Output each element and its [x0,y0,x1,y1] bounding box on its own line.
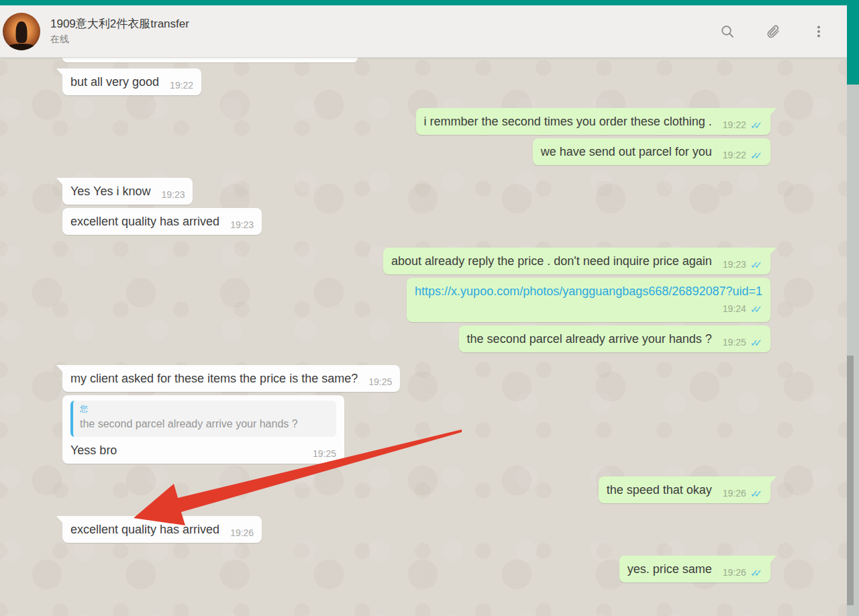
incoming-message-bubble[interactable]: excellent quality has arrived19:26 [62,516,262,543]
message-line: Yess bro19:25 [70,442,336,458]
chat-area: but all very good19:22i remmber the seco… [0,58,847,616]
message-line: Yes Yes i know19:23 [70,183,185,199]
window-top-strip [0,0,859,5]
message-text: yes. price same [627,561,712,577]
message-text: but all very good [70,74,159,90]
header-actions [719,23,847,40]
message-text: my client asked for these items the pric… [70,370,358,387]
message-line: the second parcel already arrive your ha… [467,331,762,347]
incoming-message-bubble[interactable]: but all very good19:22 [62,68,201,95]
quoted-message[interactable]: 您the second parcel already arrive your h… [70,401,336,437]
outgoing-message-bubble[interactable]: we have send out parcel for you19:22✓✓ [533,138,770,165]
message-line: but all very good19:22 [70,74,193,90]
message-line: excellent quality has arrived19:26 [70,521,254,537]
message-time: 19:25 [723,334,746,350]
message-time: 19:22 [723,147,746,163]
outgoing-message-bubble[interactable]: the speed that okay19:26✓✓ [599,476,770,503]
message-time: 19:24 [723,301,746,317]
message-text: Yess bro [70,442,117,458]
message-line: about already reply the price . don't ne… [391,253,762,269]
message-row: 您the second parcel already arrive your h… [62,395,770,464]
message-text: we have send out parcel for you [541,144,712,160]
double-check-icon: ✓✓ [750,568,762,578]
message-line: yes. price same19:26✓✓ [627,561,762,577]
quote-text: the second parcel already arrive your ha… [80,417,330,431]
incoming-message-bubble[interactable]: my client asked for these items the pric… [62,365,400,392]
message-text: excellent quality has arrived [70,521,219,537]
message-text: Yes Yes i know [70,183,150,199]
message-meta: 19:23✓✓ [712,256,762,272]
message-time: 19:25 [313,446,336,462]
message-time: 19:22 [170,77,193,93]
message-line: i remmber the second times you order the… [424,113,762,130]
quote-sender: 您 [80,405,330,413]
double-check-icon: ✓✓ [750,150,762,160]
message-row: we have send out parcel for you19:22✓✓ [62,138,770,165]
message-meta: 19:22 [159,77,193,93]
message-row: excellent quality has arrived19:23 [62,208,770,235]
search-icon[interactable] [719,23,736,40]
message-row: my client asked for these items the pric… [62,365,770,392]
scrollbar-thumb[interactable] [847,356,854,605]
message-list: but all very good19:22i remmber the seco… [62,68,770,582]
attach-icon[interactable] [765,23,781,40]
message-line: my client asked for these items the pric… [70,370,392,387]
message-time: 19:26 [230,525,254,541]
message-row: the second parcel already arrive your ha… [62,325,770,352]
outgoing-message-bubble[interactable]: the second parcel already arrive your ha… [459,325,770,352]
message-time: 19:23 [161,187,185,203]
menu-icon[interactable] [811,23,827,40]
message-row: excellent quality has arrived19:26 [62,516,770,543]
message-time: 19:26 [723,485,746,501]
message-time: 19:23 [723,256,746,272]
double-check-icon: ✓✓ [750,338,762,348]
avatar[interactable] [3,13,40,50]
message-row: i remmber the second times you order the… [62,108,770,135]
message-meta: 19:25 [302,446,336,462]
message-row: Yes Yes i know19:23 [62,178,770,205]
message-text: the speed that okay [607,482,712,498]
message-time: 19:23 [230,217,254,233]
message-line: excellent quality has arrived19:23 [70,213,254,229]
chat-header: 1909意大利2件衣服transfer 在线 [0,5,847,58]
message-meta: 19:24✓✓ [712,301,762,317]
cut-off-bubble [62,58,358,62]
chat-title: 1909意大利2件衣服transfer [50,17,189,32]
message-row: about already reply the price . don't ne… [62,248,770,274]
outgoing-message-bubble[interactable]: i remmber the second times you order the… [416,108,770,135]
message-time: 19:25 [368,374,392,390]
chat-status: 在线 [50,34,189,46]
message-meta: 19:26✓✓ [712,564,762,580]
incoming-message-bubble[interactable]: excellent quality has arrived19:23 [62,208,262,235]
message-meta: 19:23 [219,217,254,233]
double-check-icon: ✓✓ [750,489,762,499]
outgoing-message-bubble[interactable]: about already reply the price . don't ne… [383,248,770,274]
outgoing-message-bubble[interactable]: https://x.yupoo.com/photos/yangguangbags… [407,278,770,322]
message-link[interactable]: https://x.yupoo.com/photos/yangguangbags… [415,283,762,299]
window-edge-teal [847,0,859,85]
outgoing-message-bubble[interactable]: yes. price same19:26✓✓ [619,556,770,582]
message-meta: 19:22✓✓ [712,147,762,163]
message-row: the speed that okay19:26✓✓ [62,476,770,503]
message-line: https://x.yupoo.com/photos/yangguangbags… [415,283,762,299]
incoming-message-bubble[interactable]: Yes Yes i know19:23 [62,178,193,205]
double-check-icon: ✓✓ [750,260,762,270]
chat-info[interactable]: 1909意大利2件衣服transfer 在线 [50,17,189,46]
message-time: 19:26 [723,564,746,580]
incoming-message-bubble[interactable]: 您the second parcel already arrive your h… [62,395,344,464]
message-line: we have send out parcel for you19:22✓✓ [541,144,762,160]
double-check-icon: ✓✓ [750,120,762,130]
message-meta: 19:25✓✓ [712,334,762,350]
double-check-icon: ✓✓ [750,304,762,314]
message-meta: 19:25 [358,374,392,390]
message-text: about already reply the price . don't ne… [391,253,712,269]
message-text: i remmber the second times you order the… [424,113,712,130]
message-row: yes. price same19:26✓✓ [62,556,770,582]
message-text: excellent quality has arrived [70,213,219,229]
scrollbar-track[interactable] [847,0,859,616]
message-meta: 19:22✓✓ [712,117,762,133]
message-meta: 19:26 [219,525,254,541]
message-row: but all very good19:22 [62,68,770,95]
message-text: the second parcel already arrive your ha… [467,331,712,347]
message-meta: 19:26✓✓ [712,485,762,501]
